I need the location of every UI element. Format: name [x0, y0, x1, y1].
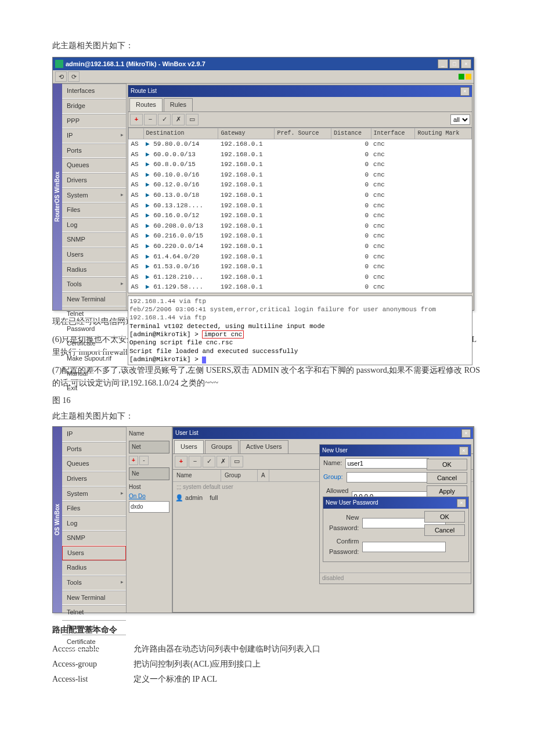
sidebar-item-ports[interactable]: Ports: [62, 442, 126, 457]
route-row[interactable]: AS▶ 60.13.0.0/18192.168.0.10cnc: [129, 190, 472, 201]
comment-user-button[interactable]: ▭: [230, 456, 243, 467]
sidebar-item-ip[interactable]: IP: [62, 427, 126, 442]
sidebar-item-snmp[interactable]: SNMP: [62, 531, 126, 546]
sidebar-item-users[interactable]: Users: [62, 247, 126, 262]
disable-route-button[interactable]: ✗: [172, 114, 185, 125]
route-row[interactable]: AS▶ 61.4.64.0/20192.168.0.10cnc: [129, 252, 472, 262]
undo-button[interactable]: ⟲: [55, 71, 67, 82]
route-row[interactable]: AS▶ 60.10.0.0/16192.168.0.10cnc: [129, 170, 472, 181]
sidebar-item-bridge[interactable]: Bridge: [62, 99, 126, 114]
confirm-password-field[interactable]: [362, 542, 446, 552]
password-cancel-button[interactable]: Cancel: [424, 524, 465, 536]
sidebar-item-password[interactable]: Password: [62, 620, 126, 635]
sidebar-item-new-terminal[interactable]: New Terminal: [62, 292, 126, 307]
sidebar-item-new-terminal[interactable]: New Terminal: [62, 591, 126, 606]
sidebar-item-log[interactable]: Log: [62, 516, 126, 531]
group-field-label[interactable]: Group:: [323, 472, 343, 483]
remove-user-button[interactable]: −: [189, 456, 201, 467]
route-row[interactable]: AS▶ 60.0.0.0/13192.168.0.10cnc: [129, 150, 472, 160]
sidebar-item-ports[interactable]: Ports: [62, 143, 126, 159]
tab-groups[interactable]: Groups: [205, 440, 239, 453]
add-route-button[interactable]: +: [130, 114, 143, 125]
route-row[interactable]: AS▶ 61.129.58....192.168.0.10cnc: [129, 282, 472, 293]
column-header[interactable]: Routing Mark: [415, 128, 472, 139]
route-row[interactable]: AS▶ 59.80.0.0/14192.168.0.10cnc: [129, 139, 472, 149]
password-ok-button[interactable]: OK: [424, 511, 465, 523]
tab-rules[interactable]: Rules: [164, 98, 193, 111]
sidebar-item-drivers[interactable]: Drivers: [62, 173, 126, 188]
sidebar-item-exit[interactable]: Exit: [62, 381, 126, 396]
sidebar-item-make-supout.rif[interactable]: Make Supout.rif: [62, 351, 126, 366]
sidebar-item-system[interactable]: System: [62, 487, 126, 502]
sidebar-item-ip[interactable]: IP: [62, 128, 126, 143]
sidebar-item-tools[interactable]: Tools: [62, 277, 126, 292]
apply-button[interactable]: Apply: [427, 485, 467, 497]
user-list-close-button[interactable]: ×: [461, 429, 471, 438]
route-row[interactable]: AS▶ 61.53.0.0/16192.168.0.10cnc: [129, 262, 472, 272]
dxdo-field[interactable]: dxdo: [129, 501, 169, 513]
sidebar-item-tools[interactable]: Tools: [62, 575, 126, 591]
sidebar-item-snmp[interactable]: SNMP: [62, 232, 126, 247]
maximize-button[interactable]: □: [449, 59, 460, 69]
route-table[interactable]: DestinationGatewayPref. SourceDistanceIn…: [128, 128, 472, 293]
route-row[interactable]: AS▶ 60.12.0.0/16192.168.0.10cnc: [129, 180, 472, 190]
cancel-button[interactable]: Cancel: [427, 472, 467, 484]
column-header[interactable]: Distance: [331, 128, 371, 139]
enable-user-button[interactable]: ✓: [203, 456, 215, 467]
remove-route-button[interactable]: −: [144, 114, 157, 125]
column-header[interactable]: [129, 128, 144, 139]
redo-button[interactable]: ⟳: [68, 71, 80, 82]
sidebar-item-certificate[interactable]: Certificate: [62, 635, 126, 650]
route-row[interactable]: AS▶ 60.13.128....192.168.0.10cnc: [129, 201, 472, 211]
sidebar-item-certificate[interactable]: Certificate: [62, 336, 126, 351]
add-button[interactable]: +: [129, 456, 138, 465]
enable-route-button[interactable]: ✓: [158, 114, 171, 125]
ne-button[interactable]: Ne: [129, 467, 169, 480]
route-list-close-button[interactable]: ×: [460, 87, 470, 96]
sidebar-item-interfaces[interactable]: Interfaces: [62, 84, 126, 99]
sidebar-item-telnet[interactable]: Telnet: [62, 307, 126, 322]
sidebar-item-queues[interactable]: Queues: [62, 158, 126, 173]
minimize-button[interactable]: _: [438, 59, 448, 69]
sidebar-item-files[interactable]: Files: [62, 203, 126, 218]
term-prompt[interactable]: [admin@MikroTik] >: [129, 355, 471, 363]
sidebar-item-ppp[interactable]: PPP: [62, 114, 126, 129]
new-user-close-button[interactable]: ×: [459, 447, 468, 455]
route-row[interactable]: AS▶ 61.128.210...192.168.0.10cnc: [129, 272, 472, 283]
column-header[interactable]: Destination: [143, 128, 218, 139]
route-row[interactable]: AS▶ 60.16.0.0/12192.168.0.10cnc: [129, 211, 472, 221]
sidebar-item-system[interactable]: System: [62, 188, 126, 203]
sidebar-item-password[interactable]: Password: [62, 322, 126, 337]
column-header[interactable]: Interface: [371, 128, 415, 139]
add-user-button[interactable]: +: [175, 456, 187, 467]
route-row[interactable]: AS▶ 60.8.0.0/15192.168.0.10cnc: [129, 160, 472, 170]
close-button[interactable]: ×: [461, 59, 471, 69]
sidebar-item-drivers[interactable]: Drivers: [62, 471, 126, 487]
tab-users[interactable]: Users: [174, 440, 204, 453]
ondo-link[interactable]: On Do: [129, 492, 169, 501]
net-button[interactable]: Net: [129, 441, 169, 453]
route-row[interactable]: AS▶ 60.208.0.0/13192.168.0.10cnc: [129, 221, 472, 232]
disable-user-button[interactable]: ✗: [217, 456, 229, 467]
ok-button[interactable]: OK: [427, 459, 467, 470]
column-header[interactable]: Gateway: [218, 128, 275, 139]
password-close-button[interactable]: ×: [457, 499, 466, 507]
tab-active-users[interactable]: Active Users: [240, 440, 288, 453]
route-row[interactable]: AS▶ 60.216.0.0/15192.168.0.10cnc: [129, 231, 472, 242]
group-field[interactable]: [347, 472, 430, 483]
sidebar-item-telnet[interactable]: Telnet: [62, 605, 126, 620]
sidebar-item-radius[interactable]: Radius: [62, 560, 126, 575]
sidebar-item-radius[interactable]: Radius: [62, 262, 126, 278]
filter-select[interactable]: all: [450, 114, 470, 125]
terminal-output[interactable]: 192.168.1.44 via ftp feb/25/2006 03:06:4…: [128, 296, 472, 365]
tab-routes[interactable]: Routes: [129, 98, 163, 111]
sidebar-item-queues[interactable]: Queues: [62, 456, 126, 471]
column-header[interactable]: Pref. Source: [275, 128, 331, 139]
sidebar-item-log[interactable]: Log: [62, 218, 126, 233]
comment-route-button[interactable]: ▭: [186, 114, 199, 125]
sidebar-item-users[interactable]: Users: [62, 546, 126, 561]
remove-button[interactable]: -: [139, 456, 149, 465]
sidebar-item-manual[interactable]: Manual: [62, 366, 126, 381]
sidebar-item-files[interactable]: Files: [62, 501, 126, 516]
route-row[interactable]: AS▶ 60.220.0.0/14192.168.0.10cnc: [129, 242, 472, 252]
